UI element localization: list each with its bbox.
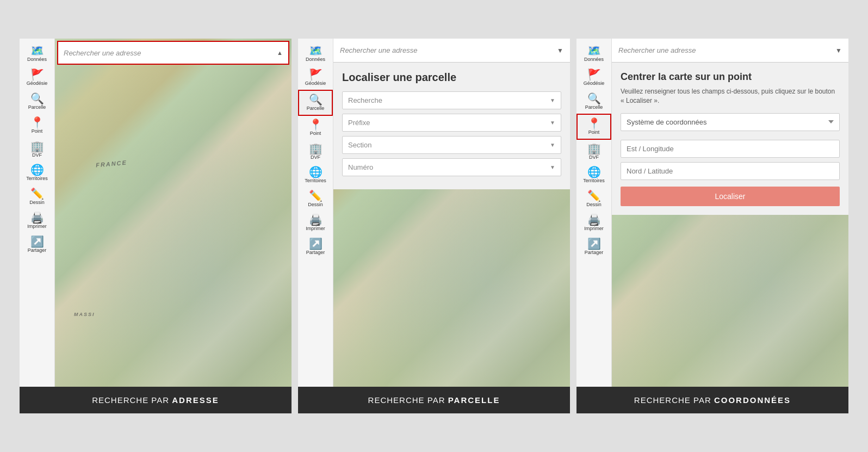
map-icon-2: 🗺️ [309, 45, 323, 56]
sidebar-item-geodesie-2[interactable]: 🚩 Géodésie [298, 66, 333, 90]
sidebar-label-dessin-1: Dessin [29, 200, 45, 206]
dvf-icon-3: 🏢 [587, 143, 601, 154]
prefixe-dropdown[interactable]: Préfixe ▼ [342, 114, 561, 132]
point-icon-3: 📍 [587, 118, 601, 129]
sidebar-item-partager-2[interactable]: ↗️ Partager [298, 235, 333, 259]
coord-system-select[interactable]: Système de coordonnées [621, 113, 840, 131]
sidebar-label-partager-2: Partager [306, 250, 325, 256]
flag-icon-2: 🚩 [309, 69, 323, 80]
panels-row: FRANCE MASSI 🗺️ Données 🚩 Géodésie 🔍 Par… [13, 39, 855, 413]
pencil-icon-3: ✏️ [587, 190, 601, 201]
chevron-down-numero: ▼ [550, 164, 555, 170]
parcelle-form: Localiser une parcelle Recherche ▼ Préfi… [333, 63, 570, 189]
sidebar-item-dvf-2[interactable]: 🏢 DVF [298, 140, 333, 164]
address-search-3[interactable]: Rechercher une adresse ▼ [612, 39, 848, 63]
caption-parcelle: RECHERCHE PAR PARCELLE [298, 387, 570, 413]
numero-placeholder: Numéro [348, 163, 373, 171]
sidebar-item-donnees-3[interactable]: 🗺️ Données [576, 42, 611, 66]
caption-prefix-3: RECHERCHE PAR [634, 395, 714, 405]
dvf-icon-2: 🏢 [309, 143, 323, 154]
sidebar-label-point-3: Point [588, 130, 600, 135]
chevron-down-section: ▼ [550, 142, 555, 148]
top-bar-2: Rechercher une adresse ▼ Localiser une p… [333, 39, 570, 387]
dvf-icon-1: 🏢 [30, 141, 44, 152]
share-icon-1: ↗️ [30, 236, 44, 247]
chevron-up-icon: ▲ [277, 49, 283, 56]
sidebar-label-territoires-2: Territoires [305, 178, 326, 184]
sidebar-item-donnees-1[interactable]: 🗺️ Données [20, 42, 54, 66]
search-icon-3: 🔍 [587, 93, 601, 104]
sidebar-item-parcelle-1[interactable]: 🔍 Parcelle [20, 90, 54, 114]
globe-icon-1: 🌐 [30, 164, 44, 175]
sidebar-label-imprimer-1: Imprimer [27, 224, 47, 230]
address-placeholder-1: Rechercher une adresse [64, 49, 141, 57]
sidebar-item-territoires-2[interactable]: 🌐 Territoires [298, 163, 333, 187]
panel-parcelle: 🗺️ Données 🚩 Géodésie 🔍 Parcelle 📍 Point [298, 39, 570, 387]
sidebar-item-parcelle-3[interactable]: 🔍 Parcelle [576, 90, 611, 114]
est-longitude-input[interactable] [621, 140, 840, 158]
sidebar-item-parcelle-2-highlighted[interactable]: 🔍 Parcelle [298, 90, 333, 116]
sidebar-label-donnees-3: Données [584, 57, 604, 63]
sidebar-item-point-2[interactable]: 📍 Point [298, 116, 333, 140]
sidebar-item-point-3-highlighted[interactable]: 📍 Point [576, 114, 611, 140]
sidebar-label-partager-3: Partager [585, 250, 604, 256]
sidebar-item-territoires-1[interactable]: 🌐 Territoires [20, 161, 54, 185]
point-icon-1: 📍 [30, 117, 44, 128]
recherche-placeholder: Recherche [348, 96, 382, 104]
sidebar-label-geodesie-3: Géodésie [584, 81, 605, 86]
print-icon-3: 🖨️ [587, 214, 601, 225]
sidebar-item-point-1[interactable]: 📍 Point [20, 114, 54, 138]
sidebar-item-geodesie-3[interactable]: 🚩 Géodésie [576, 66, 611, 90]
sidebar-label-geodesie-2: Géodésie [305, 81, 326, 86]
sidebar-item-partager-3[interactable]: ↗️ Partager [576, 235, 611, 259]
search-icon-1: 🔍 [30, 93, 44, 104]
caption-prefix-1: RECHERCHE PAR [92, 395, 172, 405]
panel-coordonnees: 🗺️ Données 🚩 Géodésie 🔍 Parcelle 📍 Point [576, 39, 848, 387]
chevron-down-icon-2: ▼ [557, 47, 563, 54]
sidebar-item-territoires-3[interactable]: 🌐 Territoires [576, 163, 611, 187]
chevron-down-icon-3: ▼ [835, 47, 842, 54]
sidebar-item-geodesie-1[interactable]: 🚩 Géodésie [20, 66, 54, 90]
chevron-down-prefixe: ▼ [550, 120, 555, 126]
sidebar-label-point-2: Point [310, 131, 321, 137]
sidebar-item-dvf-1[interactable]: 🏢 DVF [20, 138, 54, 162]
caption-address: RECHERCHE PAR ADRESSE [20, 387, 292, 413]
sidebar-item-donnees-2[interactable]: 🗺️ Données [298, 42, 333, 66]
pencil-icon-2: ✏️ [309, 190, 323, 201]
sidebar-label-imprimer-2: Imprimer [306, 226, 325, 232]
sidebar-item-dessin-3[interactable]: ✏️ Dessin [576, 187, 611, 211]
prefixe-placeholder: Préfixe [348, 119, 370, 127]
sidebar-label-geodesie-1: Géodésie [27, 81, 48, 86]
caption-bold-2: PARCELLE [448, 395, 500, 405]
coords-title: Centrer la carte sur un point [621, 71, 840, 83]
sidebar-item-dvf-3[interactable]: 🏢 DVF [576, 140, 611, 164]
caption-bold-3: COORDONNÉES [714, 395, 791, 405]
sidebar-label-parcelle-3: Parcelle [585, 105, 603, 110]
pencil-icon-1: ✏️ [30, 188, 44, 199]
recherche-dropdown[interactable]: Recherche ▼ [342, 91, 561, 109]
address-search-2[interactable]: Rechercher une adresse ▼ [333, 39, 570, 63]
sidebar-item-dessin-2[interactable]: ✏️ Dessin [298, 187, 333, 211]
sidebar-label-territoires-3: Territoires [583, 178, 605, 184]
numero-dropdown[interactable]: Numéro ▼ [342, 158, 561, 176]
sidebar-item-imprimer-1[interactable]: 🖨️ Imprimer [20, 209, 54, 233]
sidebar-label-parcelle-1: Parcelle [28, 105, 46, 110]
nord-latitude-input[interactable] [621, 162, 840, 180]
caption-coordonnees: RECHERCHE PAR COORDONNÉES [576, 387, 848, 413]
sidebar-item-dessin-1[interactable]: ✏️ Dessin [20, 185, 54, 209]
sidebar-item-imprimer-2[interactable]: 🖨️ Imprimer [298, 211, 333, 235]
sidebar-item-partager-1[interactable]: ↗️ Partager [20, 233, 54, 257]
sidebar-label-dvf-1: DVF [32, 153, 42, 158]
localiser-button[interactable]: Localiser [621, 187, 840, 206]
sidebar-item-imprimer-3[interactable]: 🖨️ Imprimer [576, 211, 611, 235]
sidebar-label-dvf-2: DVF [311, 155, 320, 160]
coord-system-container: Système de coordonnées [621, 113, 840, 135]
address-search-highlighted[interactable]: Rechercher une adresse ▲ [57, 41, 289, 65]
sidebar-1: 🗺️ Données 🚩 Géodésie 🔍 Parcelle 📍 Point… [20, 39, 55, 387]
sidebar-label-dvf-3: DVF [589, 155, 599, 160]
flag-icon-3: 🚩 [587, 69, 601, 80]
sidebar-label-point-1: Point [32, 129, 43, 134]
section-dropdown[interactable]: Section ▼ [342, 136, 561, 154]
sidebar-label-territoires-1: Territoires [26, 176, 48, 182]
panel-parcelle-wrapper: 🗺️ Données 🚩 Géodésie 🔍 Parcelle 📍 Point [298, 39, 570, 413]
